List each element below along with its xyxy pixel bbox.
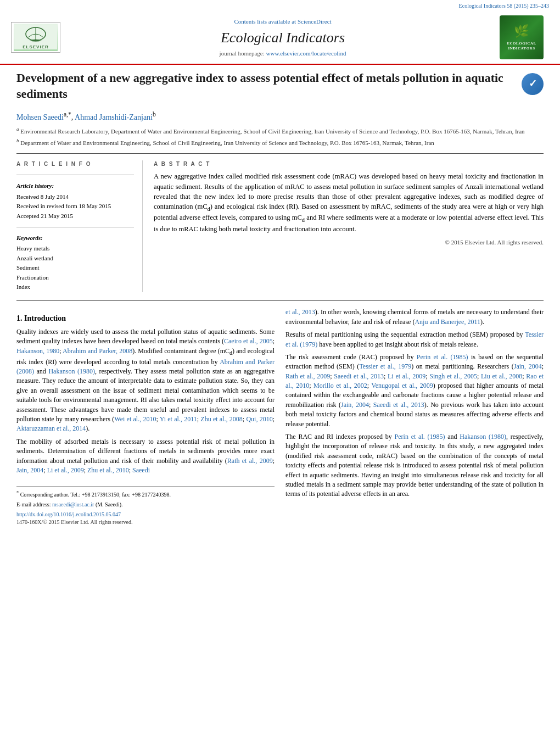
abstract-text: A new aggregative index called modified … [154,171,544,234]
journal-right-logo: 🌿 ECOLOGICAL INDICATORS [500,15,549,64]
ref-rath[interactable]: Rath et al., 2009 [227,457,273,465]
svg-text:ELSEVIER: ELSEVIER [23,44,49,49]
main-content: Development of a new aggregative index t… [0,65,560,537]
affil-a-sup: a [16,126,19,132]
section1-title: 1. Introduction [16,313,275,324]
ref-zhu2[interactable]: Zhu et al., 2010 [87,466,129,474]
abstract-heading: A B S T R A C T [154,160,544,168]
author-b-link[interactable]: Ahmad Jamshidi-Zanjani [75,113,153,121]
ref-venugopal[interactable]: Venugopal et al., 2009 [371,382,433,389]
ref-morillo[interactable]: Morillo et al., 2002 [313,382,367,389]
history-received: Received 8 July 2014 [16,193,134,201]
keyword-2: Anzali wetland [16,254,134,263]
ref-saeedi2013[interactable]: et al., 2013 [285,308,315,316]
eco-badge: 🌿 ECOLOGICAL INDICATORS [500,15,544,59]
ref-rath2[interactable]: Rath et al., 2009 [285,372,330,380]
ref-yi[interactable]: Yi et al., 2011 [160,415,197,423]
divider-article-info [16,175,134,175]
ref-perin2[interactable]: Perin et al. (1985) [395,433,445,440]
history-accepted: Accepted 21 May 2015 [16,212,134,220]
ref-tessier2[interactable]: Tessier et al., 1979 [359,362,411,370]
journal-homepage-link[interactable]: www.elsevier.com/locate/ecolind [266,50,346,57]
doi-line: http://dx.doi.org/10.1016/j.ecolind.2015… [16,511,275,518]
ref-wei[interactable]: Wei et al., 2010 [114,415,156,423]
ref-jain2[interactable]: Jain, 2004 [514,362,542,370]
section1-title-text: Introduction [24,314,66,322]
article-title-section: Development of a new aggregative index t… [16,70,544,106]
citation-text: Ecological Indicators 58 (2015) 235–243 [459,3,549,9]
ref-jain3[interactable]: Jain, 2004 [341,401,369,409]
ref-caeiro[interactable]: Caeiro et al., 2005 [224,337,273,345]
section1-para1: Quality indexes are widely used to asses… [16,327,275,434]
affiliation-a: a Environmental Research Laboratory, Dep… [16,126,544,136]
author-a-link[interactable]: Mohsen Saeedi [16,113,64,121]
doi-link[interactable]: http://dx.doi.org/10.1016/j.ecolind.2015… [16,511,121,517]
footnote-email-label: E-mail address: [16,501,52,507]
elsevier-logo: ELSEVIER [11,15,66,64]
section1-number: 1. [16,314,23,322]
article-history-label: Article history: [16,182,134,190]
affiliation-b: b Department of Water and Environmental … [16,137,544,147]
footnote-email: E-mail address: msaeedi@iust.ac.ir (M. S… [16,501,275,509]
journal-name: Ecological Indicators [77,28,489,48]
footnote-section: * Corresponding author. Tel.: +98 217391… [16,486,275,526]
ref-hakanson[interactable]: Hakanson, 1980 [16,347,59,355]
divider-keywords [16,227,134,227]
divider-body [16,300,544,301]
elsevier-logo-img: ELSEVIER [14,24,58,51]
ref-hakanson3[interactable]: Hakanson (1980) [460,433,506,440]
ref-hakanson2[interactable]: Hakanson (1980) [48,367,95,375]
eco-badge-text1: ECOLOGICAL [507,41,536,47]
ref-abrahim[interactable]: Abrahim and Parker, 2008 [63,347,132,355]
ref-qui[interactable]: Qui, 2010 [246,415,272,423]
journal-contents-available: Contents lists available at ScienceDirec… [77,18,489,26]
ref-zhu[interactable]: Zhu et al., 2008 [200,415,242,423]
author-a-sup: a,* [64,111,71,118]
article-title: Development of a new aggregative index t… [16,70,522,102]
keyword-3: Sediment [16,264,134,272]
ref-tessier[interactable]: Tessier et al. (1979) [285,331,544,348]
ref-li2[interactable]: Li et al., 2009 [388,372,425,380]
eco-badge-text2: INDICATORS [508,46,535,52]
section1-para2: The mobility of adsorbed metals is neces… [16,437,275,476]
ref-singh[interactable]: Singh et al., 2005 [429,372,477,380]
section1-right-para4: The RAC and RI indexes proposed by Perin… [285,432,544,499]
page: Ecological Indicators 58 (2015) 235–243 … [0,0,560,742]
footnote-email-link[interactable]: msaeedi@iust.ac.ir [52,501,94,507]
eco-badge-icon: 🌿 [514,23,529,40]
crossmark-icon: ✓ [529,77,537,91]
ref-anju[interactable]: Anju and Banerjee, 2011 [415,318,480,326]
ref-li[interactable]: Li et al., 2009 [47,466,84,474]
ref-perin[interactable]: Perin et al. (1985) [417,353,468,361]
article-info-heading: A R T I C L E I N F O [16,160,134,168]
info-abstract-columns: A R T I C L E I N F O Article history: R… [16,160,544,292]
authors-line: Mohsen Saeedia,*, Ahmad Jamshidi-Zanjani… [16,110,544,122]
ref-jain[interactable]: Jain, 2004 [16,466,43,474]
abstract-column: A B S T R A C T A new aggregative index … [154,160,544,292]
copyright-text: © 2015 Elsevier Ltd. All rights reserved… [154,238,544,247]
keyword-4: Fractionation [16,274,134,282]
journal-center: Contents lists available at ScienceDirec… [66,15,500,64]
ref-saeedi2[interactable]: Saeedi et al., 2013 [334,372,384,380]
footnote-corresponding: * Corresponding author. Tel.: +98 217391… [16,490,275,499]
ref-aktaruzzaman[interactable]: Aktaruzzaman et al., 2014 [16,425,86,432]
section1-right-para1: et al., 2013). In other words, knowing c… [285,308,544,327]
sciencedirect-link[interactable]: ScienceDirect [298,18,332,25]
keyword-5: Index [16,283,134,291]
section1-right-para2: Results of metal partitioning using the … [285,330,544,349]
ref-saeedi3[interactable]: Saeedi et al., 2013 [373,401,424,409]
elsevier-logo-box: ELSEVIER [11,22,60,53]
ref-liu[interactable]: Liu et al., 2008 [481,372,522,380]
divider-after-affiliations [16,153,544,154]
issn-line: 1470-160X/© 2015 Elsevier Ltd. All right… [16,518,275,526]
article-info-column: A R T I C L E I N F O Article history: R… [16,160,143,292]
crossmark-badge[interactable]: ✓ [522,73,544,95]
affil-b-sup: b [16,138,19,143]
journal-header: ELSEVIER Contents lists available at Sci… [0,11,560,65]
citation-line: Ecological Indicators 58 (2015) 235–243 [0,0,560,11]
history-revised: Received in revised form 18 May 2015 [16,202,134,210]
elsevier-svg: ELSEVIER [14,25,57,49]
ref-saeedi[interactable]: Saeedi [132,466,150,474]
body-col-left: 1. Introduction Quality indexes are wide… [16,308,275,526]
section1-right-para3: The risk assessment code (RAC) proposed … [285,353,544,429]
